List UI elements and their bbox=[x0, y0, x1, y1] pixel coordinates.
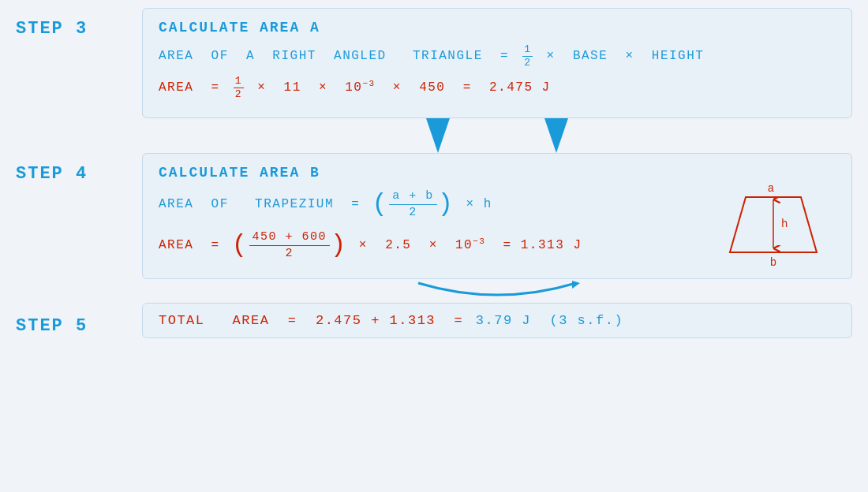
trapezium-svg: a b h bbox=[714, 177, 832, 268]
step4-row: STEP 4 CALCULATE AREA B a b h bbox=[16, 153, 852, 279]
svg-text:a: a bbox=[768, 182, 774, 195]
step3-formula2: AREA = 1 2 × 11 × 10−3 × 450 = 2.475 J bbox=[159, 75, 836, 100]
svg-marker-1 bbox=[544, 118, 568, 153]
step4-label: STEP 4 bbox=[16, 153, 142, 184]
svg-text:h: h bbox=[781, 218, 788, 230]
step3-box: CALCULATE AREA A AREA OF A RIGHT ANGLED … bbox=[142, 8, 852, 118]
step3-label: STEP 3 bbox=[16, 8, 142, 39]
svg-marker-0 bbox=[426, 118, 450, 153]
page-container: STEP 3 CALCULATE AREA A AREA OF A RIGHT … bbox=[0, 0, 868, 492]
arrow-connector-2 bbox=[142, 279, 852, 303]
trapezium-diagram: a b h bbox=[714, 177, 832, 272]
half-fraction-1: 1 2 bbox=[522, 43, 533, 69]
step5-content: TOTAL AREA = 2.475 + 1.313 = 3.79 J (3 s… bbox=[159, 313, 623, 328]
step5-box: TOTAL AREA = 2.475 + 1.313 = 3.79 J (3 s… bbox=[142, 303, 852, 338]
step5-row: STEP 5 TOTAL AREA = 2.475 + 1.313 = 3.79… bbox=[16, 303, 852, 338]
trap-fraction: ( a + b 2 ) bbox=[372, 188, 454, 220]
step3-title: CALCULATE AREA A bbox=[159, 20, 836, 35]
step5-label: STEP 5 bbox=[16, 305, 142, 336]
step3-formula1: AREA OF A RIGHT ANGLED TRIANGLE = 1 2 × … bbox=[159, 43, 836, 69]
half-fraction-2: 1 2 bbox=[234, 75, 244, 100]
step3-row: STEP 3 CALCULATE AREA A AREA OF A RIGHT … bbox=[16, 8, 852, 118]
svg-marker-7 bbox=[572, 281, 580, 289]
svg-text:b: b bbox=[770, 256, 776, 268]
arrow-svg-1 bbox=[300, 118, 694, 153]
arrow-connector-1 bbox=[142, 118, 852, 153]
step4-box: CALCULATE AREA B a b h bbox=[142, 153, 852, 279]
arrow-svg-2 bbox=[339, 279, 655, 303]
trap-calc-fraction: ( 450 + 600 2 ) bbox=[232, 229, 347, 261]
